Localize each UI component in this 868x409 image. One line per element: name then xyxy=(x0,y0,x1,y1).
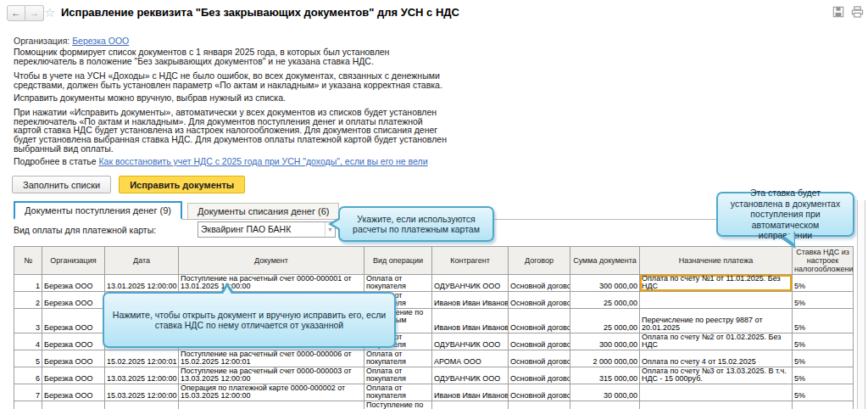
organization-link[interactable]: Березка ООО xyxy=(72,36,129,46)
table-cell[interactable]: Основной договор xyxy=(509,350,570,367)
table-cell[interactable]: Иванов Иван Иванович xyxy=(432,309,509,333)
table-cell[interactable]: Основной договор xyxy=(509,309,570,333)
table-cell[interactable]: 25 000,00 xyxy=(570,309,640,333)
page-title: Исправление реквизита "Без закрывающих д… xyxy=(61,6,459,19)
table-cell[interactable]: 5% xyxy=(793,275,854,292)
table-cell[interactable]: Поступление на расчетный счет 0000-00000… xyxy=(179,401,364,409)
table-cell[interactable]: 2 000 000,00 xyxy=(570,350,640,367)
table-cell[interactable] xyxy=(640,292,793,309)
table-cell[interactable]: Основной договор xyxy=(509,275,570,292)
table-cell[interactable]: Оплата от покупателя xyxy=(364,275,432,292)
table-cell[interactable]: Оплата по счету №1 от 11.01.2025. Без НД… xyxy=(640,275,793,292)
table-cell[interactable]: Березка ООО xyxy=(42,401,105,409)
table-cell[interactable]: 15.03.2025 12:00:00 xyxy=(105,384,179,401)
table-cell[interactable]: 13.01.2025 12:00:00 xyxy=(105,275,179,292)
table-cell[interactable]: 25 000,00 xyxy=(570,292,640,309)
table-cell[interactable]: Березка ООО xyxy=(42,367,105,384)
table-cell[interactable]: 1 xyxy=(14,275,42,292)
save-icon[interactable] xyxy=(832,6,844,18)
column-header: Вид операции xyxy=(364,247,432,275)
table-cell[interactable]: Поступление по платежным картам xyxy=(364,401,432,409)
table-cell[interactable]: Иванов Иван Иванович xyxy=(432,292,509,309)
table-cell[interactable]: Основной договор xyxy=(509,384,570,401)
table-cell[interactable]: АРОМА ООО xyxy=(432,350,509,367)
table-cell[interactable]: 5 xyxy=(14,350,42,367)
table-cell[interactable]: Оплата по счету №3 от 13.03.2025. В т.ч.… xyxy=(640,367,793,384)
table-cell[interactable]: ОДУВАНЧИК ООО xyxy=(432,333,509,350)
table-cell[interactable]: 15.03.2025 12:00:01 xyxy=(105,401,179,409)
table-cell[interactable]: Березка ООО xyxy=(42,292,105,309)
favorite-star-icon[interactable]: ☆ xyxy=(44,5,55,20)
table-cell[interactable]: Операция по платежной карте 0000-000002 … xyxy=(179,384,364,401)
table-cell[interactable]: 30 000,00 xyxy=(570,384,640,401)
table-cell[interactable]: 5% xyxy=(793,292,854,309)
table-cell[interactable]: 4 xyxy=(14,333,42,350)
table-cell[interactable]: 7 xyxy=(14,384,42,401)
article-line: Подробнее в статье Как восстановить учет… xyxy=(14,156,522,166)
table-cell[interactable]: Перечисление по реестру 9887 от 20.01.20… xyxy=(640,309,793,333)
vertical-scrollbar[interactable] xyxy=(857,200,865,409)
table-cell[interactable]: Иванов Иван Иванович xyxy=(432,384,509,401)
column-header: Контрагент xyxy=(432,247,509,275)
callout-text: Нажмите, чтобы открыть документ и вручну… xyxy=(110,310,388,331)
organization-label: Организация: xyxy=(14,36,70,46)
column-header: Дата xyxy=(105,247,179,275)
table-cell[interactable]: 6 xyxy=(14,367,42,384)
table-cell[interactable]: 30 000,00 xyxy=(570,401,640,409)
table-row[interactable]: 1Березка ООО13.01.2025 12:00:00Поступлен… xyxy=(14,275,854,292)
window-actions xyxy=(832,6,864,18)
table-cell[interactable]: 5% xyxy=(793,367,854,384)
table-cell[interactable]: Поступление на расчетный счет 0000-00000… xyxy=(179,367,364,384)
fix-documents-button[interactable]: Исправить документы xyxy=(119,176,245,193)
table-cell[interactable]: 13.03.2025 12:00:00 xyxy=(105,367,179,384)
table-cell[interactable]: Березка ООО xyxy=(42,384,105,401)
tab-money-income[interactable]: Документы поступления денег (9) xyxy=(14,201,182,220)
table-cell[interactable] xyxy=(640,384,793,401)
table-cell[interactable]: Березка ООО xyxy=(42,333,105,350)
table-cell[interactable]: 5% xyxy=(793,333,854,350)
table-row[interactable]: 7Березка ООО15.03.2025 12:00:00Операция … xyxy=(14,384,854,401)
table-cell[interactable]: ОДУВАНЧИК ООО xyxy=(432,367,509,384)
table-cell[interactable]: Оплата от покупателя xyxy=(364,367,432,384)
table-cell[interactable]: 3 xyxy=(14,309,42,333)
table-cell[interactable]: Основной договор xyxy=(509,401,570,409)
table-cell[interactable]: ОДУВАНЧИК ООО xyxy=(432,275,509,292)
fill-lists-button[interactable]: Заполнить списки xyxy=(12,176,111,193)
table-cell[interactable]: Оплата от покупателя xyxy=(364,350,432,367)
article-link[interactable]: Как восстановить учет НДС с 2025 года пр… xyxy=(98,156,427,166)
print-icon[interactable] xyxy=(851,6,864,18)
table-cell[interactable]: Поступление на расчетный счет 0000-00000… xyxy=(179,350,364,367)
payment-type-input[interactable]: Эквайринг ПАО БАНК ▼ xyxy=(198,221,336,238)
table-cell[interactable]: Основной договор xyxy=(509,333,570,350)
table-cell[interactable]: 2 xyxy=(14,292,42,309)
back-button[interactable]: ← xyxy=(7,5,25,21)
table-cell[interactable]: 5% xyxy=(793,309,854,333)
tab-money-writeoff[interactable]: Документы списания денег (6) xyxy=(187,203,339,219)
table-cell[interactable]: 315 000,00 xyxy=(570,367,640,384)
table-cell[interactable]: 300 000,00 xyxy=(570,333,640,350)
column-header: Сумма документа xyxy=(570,247,640,275)
table-row[interactable]: 6Березка ООО13.03.2025 12:00:00Поступлен… xyxy=(14,367,854,384)
payment-type-value: Эквайринг ПАО БАНК xyxy=(198,222,325,237)
table-cell[interactable]: 8 xyxy=(14,401,42,409)
table-cell[interactable]: Иванов Иван Иванович xyxy=(432,401,509,409)
table-cell[interactable]: Перечисление по реестру 10003 от 15.03.2… xyxy=(640,401,793,409)
table-row[interactable]: 5Березка ООО15.02.2025 12:00:01Поступлен… xyxy=(14,350,854,367)
table-cell[interactable]: Оплата по счету №2 от 01.02.2025. Без НД… xyxy=(640,333,793,350)
table-cell[interactable]: 5% xyxy=(793,350,854,367)
table-cell[interactable]: 5% xyxy=(793,401,854,409)
table-cell[interactable]: Березка ООО xyxy=(42,309,105,333)
table-cell[interactable]: Оплата от покупателя xyxy=(364,384,432,401)
table-cell[interactable]: 300 000,00 xyxy=(570,275,640,292)
column-header: № xyxy=(14,247,42,275)
table-row[interactable]: 8Березка ООО15.03.2025 12:00:01Поступлен… xyxy=(14,401,854,409)
table-cell[interactable]: Поступление на расчетный счет 0000-00000… xyxy=(179,275,364,292)
table-cell[interactable]: 15.02.2025 12:00:01 xyxy=(105,350,179,367)
table-cell[interactable]: Основной договор xyxy=(509,292,570,309)
forward-button[interactable]: → xyxy=(25,5,44,21)
table-cell[interactable]: 5% xyxy=(793,384,854,401)
table-cell[interactable]: Березка ООО xyxy=(42,275,105,292)
table-cell[interactable]: Березка ООО xyxy=(42,350,105,367)
table-cell[interactable]: Основной договор xyxy=(509,367,570,384)
table-cell[interactable]: Оплата по счету 4 от 15.02.2025 xyxy=(640,350,793,367)
